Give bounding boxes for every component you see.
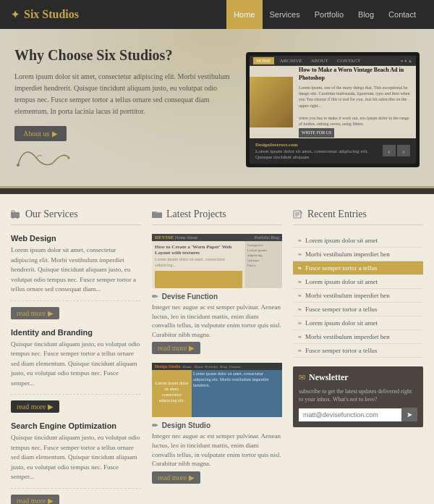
hero-slideshow: HOME ARCHIVE ABOUT CONTACT ● ● ▲ How to … (246, 52, 420, 167)
service-divider-3 (11, 488, 141, 489)
service-divider-2 (11, 394, 141, 395)
nav-contact[interactable]: Contact (381, 0, 423, 29)
proj2-logo: Design Studio (155, 364, 181, 369)
proj2-content: Lorem ipsum dolor sit amet, consectetur … (152, 370, 282, 417)
recent-item-9[interactable]: Fusce semper tortor a tellus (293, 344, 423, 358)
slide-site-name: DesignInstruct.com (255, 142, 379, 148)
service-item-web-design: Web Design Lorem ipsum dolor sit amet, c… (11, 234, 141, 319)
recent-item-5[interactable]: Morbi vestibulum imperdiet hen (293, 289, 423, 303)
read-more-1[interactable]: read more ▶ (11, 307, 59, 319)
arrow-icon: ▶ (48, 403, 54, 411)
proj2-left-panel: Lorem ipsum dolor sit amet, consectetur … (152, 370, 192, 417)
slide-caption-desc: Lorem ipsum dolor sit amet, consectetur … (255, 148, 379, 160)
hero-title: Why Choose Six Studios? (14, 47, 231, 64)
proj1-logo: DEVISE (155, 235, 174, 240)
proj2-nav: Home About Portfolio Blog Contact (183, 365, 241, 369)
recent-item-2[interactable]: Morbi vestibulum imperdiet hen (293, 248, 423, 261)
proj1-content: How to Create a 'Worn Paper' Web Layout … (152, 241, 282, 288)
projects-heading: Latest Projects (166, 209, 226, 220)
arrow-icon: ▶ (189, 344, 195, 352)
slide-tab-contact[interactable]: CONTACT (334, 57, 364, 64)
service-item-seo: Search Engine Optimization Quisque tinci… (11, 421, 141, 504)
svg-rect-3 (12, 211, 14, 213)
project-body-2: Integer nec augue ac est semper pulvinar… (152, 432, 282, 468)
cart-icon (11, 210, 21, 219)
logo-icon: ✦ (11, 9, 20, 21)
slide-next[interactable]: › (397, 145, 410, 156)
service-body-2: Quisque tincidunt aliquam justo, eu volu… (11, 340, 141, 389)
arrow-icon: ▶ (48, 309, 54, 317)
recent-item-1[interactable]: Lorem ipsum dolor sit amet (293, 234, 423, 248)
project-title-2: ✏ Design Studio (152, 421, 282, 429)
read-more-project-2[interactable]: read more ▶ (152, 471, 200, 484)
hero-text: Why Choose Six Studios? Lorem ipsum dolo… (14, 47, 231, 172)
slide-tab-about[interactable]: ABOUT (308, 57, 331, 64)
slide-content: How to Make a Worn Vintage Beach Ad in P… (299, 66, 416, 138)
edit-icon (293, 210, 303, 219)
service-body-1: Lorem ipsum dolor sit amet, consectetur … (11, 245, 141, 295)
project-item-2: Design Studio Home About Portfolio Blog … (152, 363, 282, 483)
nav-services[interactable]: Services (263, 0, 307, 29)
newsletter-submit[interactable]: ➤ (401, 408, 417, 421)
arrow-icon: ▶ (48, 497, 54, 505)
service-divider-1 (11, 301, 141, 301)
slide-image-area: How to Make a Worn Vintage Beach Ad in P… (250, 66, 416, 138)
read-more-project-1[interactable]: read more ▶ (152, 342, 200, 354)
section-divider (0, 188, 434, 194)
svg-point-4 (12, 217, 14, 219)
read-more-3[interactable]: read more ▶ (11, 495, 59, 505)
newsletter-icon: ✉ (299, 373, 305, 382)
recent-item-6[interactable]: Fusce semper tortor a tellus (293, 303, 423, 316)
slide-write-btn[interactable]: WRITE FOR US (299, 128, 334, 137)
proj2-left-text: Lorem ipsum dolor sit amet, consectetur … (154, 381, 190, 403)
service-title-2: Identity and Branding (11, 328, 141, 337)
slide-social-icons: ● ● ▲ (401, 59, 412, 63)
slide-nav-bar: HOME ARCHIVE ABOUT CONTACT ● ● ▲ (250, 56, 416, 66)
nav-portfolio[interactable]: Portfolio (307, 0, 351, 29)
newsletter-header: ✉ Newsletter (299, 372, 417, 383)
slide-frame: HOME ARCHIVE ABOUT CONTACT ● ● ▲ How to … (250, 56, 416, 164)
about-button[interactable]: About us ▶ (14, 126, 67, 141)
newsletter-heading: Newsletter (309, 372, 349, 383)
service-item-branding: Identity and Branding Quisque tincidunt … (11, 328, 141, 413)
recent-column: Recent Entries Lorem ipsum dolor sit ame… (293, 209, 423, 504)
slide-description: Lorem ipsum, one of the many things that… (299, 85, 412, 127)
recent-list: Lorem ipsum dolor sit amet Morbi vestibu… (293, 234, 423, 358)
slide-tab-archive[interactable]: ARCHIVE (277, 57, 305, 64)
recent-item-8[interactable]: Morbi vestibulum imperdiet hen (293, 330, 423, 344)
slide-controls: ‹ › (383, 145, 410, 156)
nav-blog[interactable]: Blog (351, 0, 381, 29)
hero-body: Lorem ipsum dolor sit amet, consectetur … (14, 71, 231, 117)
slide-tab-home[interactable]: HOME (253, 57, 274, 64)
slide-caption: DesignInstruct.com Lorem ipsum dolor sit… (250, 138, 416, 164)
proj2-topbar: Design Studio Home About Portfolio Blog … (152, 363, 282, 370)
proj1-topbar: DEVISE Home About Portfolio Blog (152, 234, 282, 241)
recent-item-4[interactable]: Lorem ipsum dolor sit amet (293, 275, 423, 289)
proj1-sidebar: CategoriesLorem ipsumadipiscingQuisqueFu… (246, 241, 282, 288)
arrow-icon: ▶ (189, 474, 195, 482)
newsletter-email-input[interactable] (299, 408, 401, 421)
recent-heading: Recent Entries (307, 209, 367, 220)
recent-item-3[interactable]: Fusce semper tortor a tellus (293, 261, 423, 275)
projects-header: Latest Projects (152, 209, 282, 225)
services-heading: Our Services (25, 209, 78, 220)
service-body-3: Quisque tincidunt aliquam justo, eu volu… (11, 433, 141, 482)
project-screenshot-2: Design Studio Home About Portfolio Blog … (152, 363, 282, 417)
site-logo: ✦ Six Studios (11, 8, 79, 21)
recent-item-7[interactable]: Lorem ipsum dolor sit amet (293, 316, 423, 330)
main-nav: Home Services Portfolio Blog Contact (226, 0, 423, 29)
newsletter-body: subscribe to get the latest updates deli… (299, 387, 417, 403)
services-header: Our Services (11, 209, 141, 225)
svg-point-1 (68, 157, 70, 159)
svg-point-5 (17, 217, 18, 219)
slide-prev[interactable]: ‹ (383, 145, 396, 156)
three-column-layout: Our Services Web Design Lorem ipsum dolo… (11, 209, 423, 504)
nav-home[interactable]: Home (226, 0, 262, 29)
proj2-right-text: Lorem ipsum dolor sit amet, consectetur … (193, 371, 281, 388)
arrow-icon: ▶ (52, 130, 58, 138)
svg-point-0 (17, 164, 20, 167)
newsletter-box: ✉ Newsletter subscribe to get the latest… (293, 366, 423, 427)
read-more-2[interactable]: read more ▶ (11, 400, 59, 413)
slide-thumbnail (250, 77, 293, 127)
proj2-right-panel: Lorem ipsum dolor sit amet, consectetur … (192, 370, 282, 417)
